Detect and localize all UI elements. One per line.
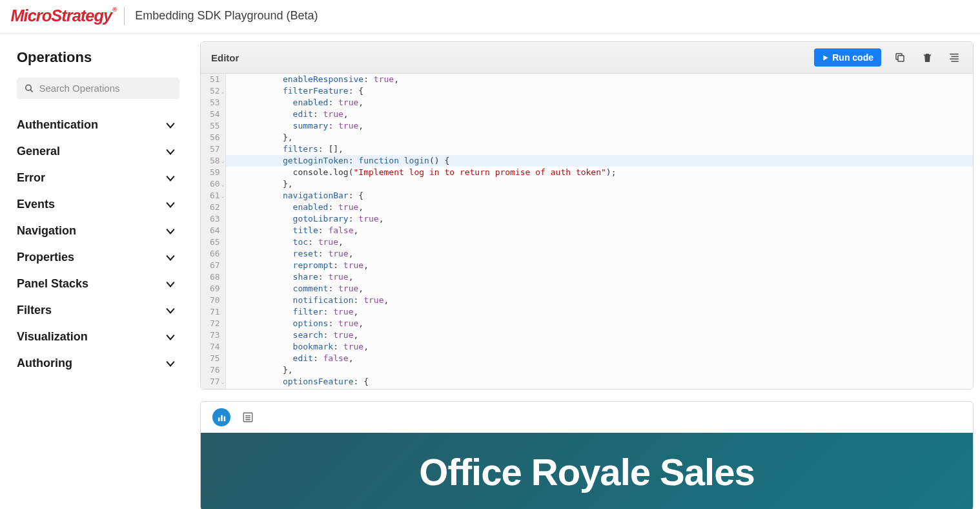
svg-point-0 <box>26 85 31 90</box>
run-label: Run code <box>832 52 873 63</box>
run-code-button[interactable]: Run code <box>814 48 881 67</box>
copy-button[interactable] <box>892 49 908 66</box>
svg-rect-9 <box>223 416 225 421</box>
search-wrap[interactable] <box>17 78 179 99</box>
bar-chart-icon <box>217 413 227 422</box>
sidebar-category-authoring[interactable]: Authoring <box>17 350 179 377</box>
chevron-down-icon <box>164 119 177 132</box>
svg-rect-2 <box>898 56 904 61</box>
preview-list-tab[interactable] <box>241 410 255 424</box>
category-label: Authoring <box>17 357 72 370</box>
editor-panel: Editor Run code 5152⌄535455565758⌄5960⌄6… <box>200 41 974 390</box>
chevron-down-icon <box>164 198 177 211</box>
chevron-down-icon <box>164 357 177 370</box>
search-input[interactable] <box>39 83 172 94</box>
chevron-down-icon <box>164 278 177 291</box>
play-icon <box>822 54 829 61</box>
svg-rect-10 <box>243 413 252 422</box>
chevron-down-icon <box>164 172 177 185</box>
chevron-down-icon <box>164 225 177 238</box>
format-icon <box>948 52 960 63</box>
sidebar-title: Operations <box>17 49 179 66</box>
category-label: Panel Stacks <box>17 277 88 291</box>
header-divider <box>124 7 125 25</box>
category-label: Events <box>17 198 55 211</box>
editor-header: Editor Run code <box>201 42 973 74</box>
category-label: Navigation <box>17 224 76 238</box>
trash-icon <box>922 52 933 63</box>
sidebar: Operations AuthenticationGeneralErrorEve… <box>0 34 194 509</box>
list-icon <box>242 411 254 423</box>
preview-chart-tab[interactable] <box>212 408 230 426</box>
editor-title: Editor <box>211 52 239 63</box>
copy-icon <box>894 52 906 63</box>
chevron-down-icon <box>164 145 177 158</box>
sidebar-category-general[interactable]: General <box>17 138 179 165</box>
sidebar-category-navigation[interactable]: Navigation <box>17 218 179 244</box>
code-body[interactable]: enableResponsive: true, filterFeature: {… <box>226 74 973 389</box>
category-label: Properties <box>17 251 74 264</box>
preview-toolbar <box>201 402 973 433</box>
app-header: MicroStrategy® Embedding SDK Playground … <box>0 0 980 34</box>
search-icon <box>25 83 34 94</box>
sidebar-category-visualization[interactable]: Visualization <box>17 324 179 350</box>
category-label: Visualization <box>17 330 88 344</box>
sidebar-category-authentication[interactable]: Authentication <box>17 112 179 138</box>
sidebar-category-events[interactable]: Events <box>17 191 179 218</box>
preview-panel: Office Royale Sales <box>200 401 974 509</box>
preview-hero-title: Office Royale Sales <box>419 450 754 493</box>
chevron-down-icon <box>164 331 177 344</box>
app-subtitle: Embedding SDK Playground (Beta) <box>135 9 318 23</box>
logo: MicroStrategy® <box>10 6 116 25</box>
category-label: Filters <box>17 304 52 317</box>
category-label: Authentication <box>17 118 98 132</box>
line-gutter: 5152⌄535455565758⌄5960⌄61⌄62636465666768… <box>201 74 226 389</box>
sidebar-category-filters[interactable]: Filters <box>17 297 179 324</box>
svg-rect-8 <box>221 415 223 421</box>
svg-rect-7 <box>218 417 219 421</box>
main-area: Editor Run code 5152⌄535455565758⌄5960⌄6… <box>194 34 980 509</box>
sidebar-category-error[interactable]: Error <box>17 165 179 191</box>
svg-line-1 <box>30 89 33 92</box>
sidebar-category-properties[interactable]: Properties <box>17 244 179 271</box>
delete-button[interactable] <box>919 49 935 66</box>
sidebar-category-panel-stacks[interactable]: Panel Stacks <box>17 271 179 297</box>
chevron-down-icon <box>164 304 177 317</box>
preview-hero: Office Royale Sales <box>201 433 973 509</box>
format-button[interactable] <box>946 49 963 66</box>
code-editor[interactable]: 5152⌄535455565758⌄5960⌄61⌄62636465666768… <box>201 74 973 389</box>
category-label: General <box>17 145 60 158</box>
chevron-down-icon <box>164 251 177 264</box>
category-label: Error <box>17 171 45 185</box>
